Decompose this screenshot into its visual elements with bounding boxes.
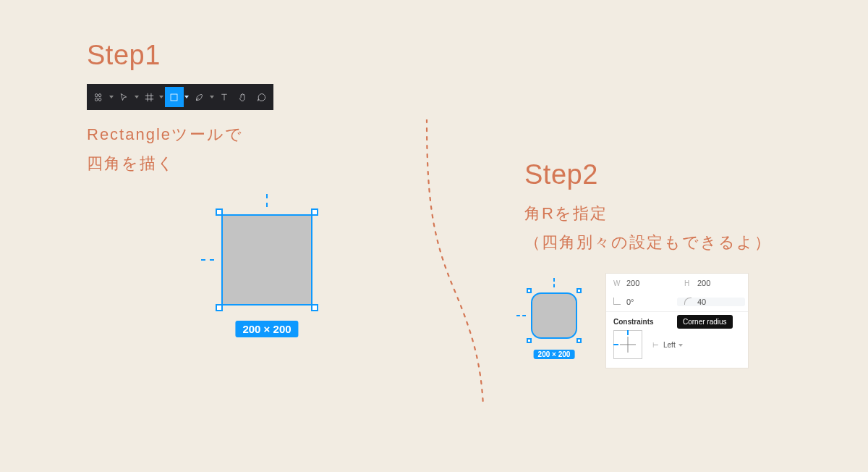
height-value: 200 [697, 279, 710, 287]
properties-panel: W 200 H 200 0° 40 Corner radius Constrai… [606, 274, 748, 368]
guide-line [201, 259, 214, 261]
width-label: W [613, 279, 622, 287]
rectangle-icon[interactable] [165, 87, 184, 107]
frame-icon[interactable] [140, 87, 158, 107]
corner-radius-tooltip: Corner radius [677, 315, 733, 329]
radius-icon [684, 298, 693, 306]
resize-handle[interactable] [311, 208, 318, 216]
rotation-value: 0° [626, 298, 634, 306]
resize-handle[interactable] [311, 304, 318, 311]
resize-handle[interactable] [216, 304, 223, 311]
step1-desc-line2: 四角を描く [87, 149, 273, 178]
text-icon[interactable] [215, 87, 234, 107]
resize-handle[interactable] [527, 338, 532, 343]
step1-description: Rectangleツールで 四角を描く [87, 120, 273, 177]
constraint-select[interactable]: ⊢ Left [652, 341, 683, 349]
rotation-field[interactable]: 0° [606, 298, 674, 306]
step1-block: Step1 Rectangleツールで 四角を描く [87, 40, 273, 177]
svg-rect-0 [95, 93, 98, 96]
chevron-down-icon[interactable] [133, 87, 140, 107]
step2-description: 角Rを指定 （四角別々の設定もできるよ） [524, 199, 772, 256]
guide-line [516, 315, 526, 316]
height-field[interactable]: H 200 [677, 279, 748, 287]
constraint-axis-icon: ⊢ [652, 341, 659, 349]
chevron-down-icon[interactable] [208, 87, 215, 107]
hand-icon[interactable] [234, 87, 252, 107]
constraints-diagram[interactable] [613, 330, 642, 359]
width-value: 200 [626, 279, 639, 287]
dimension-badge: 200 × 200 [235, 321, 298, 337]
figma-toolbar [87, 84, 273, 110]
rounded-rectangle-shape[interactable] [531, 292, 577, 339]
guide-line [553, 278, 555, 287]
svg-rect-1 [95, 98, 98, 101]
pen-icon[interactable] [190, 87, 209, 107]
corner-radius-value: 40 [697, 298, 706, 306]
resize-handle[interactable] [576, 288, 582, 293]
step2-block: Step2 角Rを指定 （四角別々の設定もできるよ） [524, 159, 772, 256]
svg-rect-4 [171, 94, 177, 101]
divider-curve [347, 119, 506, 409]
chevron-down-icon[interactable] [158, 87, 165, 107]
step1-desc-line1: Rectangleツールで [87, 120, 273, 149]
step2-title: Step2 [524, 159, 772, 190]
chevron-down-icon[interactable] [109, 87, 115, 107]
rectangle-shape[interactable] [221, 214, 312, 305]
svg-rect-2 [99, 93, 101, 96]
resize-handle[interactable] [576, 338, 582, 343]
resize-handle[interactable] [216, 208, 223, 216]
comment-icon[interactable] [252, 87, 271, 107]
corner-radius-field[interactable]: 40 Corner radius [677, 298, 745, 306]
canvas-rectangle-small[interactable]: 200 × 200 [528, 290, 580, 342]
chevron-down-icon[interactable] [184, 87, 190, 107]
height-label: H [684, 279, 693, 287]
angle-icon [613, 298, 622, 306]
move-icon[interactable] [115, 87, 134, 107]
resize-handle[interactable] [527, 288, 532, 293]
dimension-badge: 200 × 200 [534, 350, 575, 359]
guide-line [266, 194, 268, 207]
width-field[interactable]: W 200 [606, 279, 677, 287]
svg-rect-3 [99, 98, 101, 101]
menu-icon[interactable] [90, 87, 109, 107]
canvas-rectangle-large[interactable]: 200 × 200 [217, 210, 317, 310]
step1-title: Step1 [87, 40, 273, 71]
step2-desc-line2: （四角別々の設定もできるよ） [524, 228, 772, 257]
constraint-value: Left [663, 341, 683, 349]
step2-desc-line1: 角Rを指定 [524, 199, 772, 228]
